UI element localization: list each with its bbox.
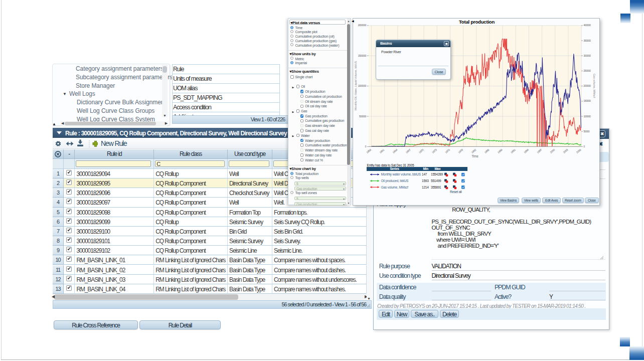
svg-text:100000: 100000 xyxy=(584,115,591,118)
svg-text:1991: 1991 xyxy=(510,148,516,154)
svg-text:1554289: 1554289 xyxy=(431,172,443,176)
svg-text:1967: 1967 xyxy=(405,148,411,154)
svg-text:1000000: 1000000 xyxy=(358,85,367,87)
svg-text:Gas volume, MMscf: Gas volume, MMscf xyxy=(381,186,409,189)
svg-text:1500000: 1500000 xyxy=(358,55,367,57)
svg-text:2003: 2003 xyxy=(562,148,568,154)
svg-text:1958: 1958 xyxy=(366,148,372,154)
svg-text:2000000: 2000000 xyxy=(358,24,367,27)
svg-text:Reset all: Reset all xyxy=(450,190,462,194)
svg-text:0: 0 xyxy=(584,145,585,148)
svg-text:Monthly water volume, bblUS: Monthly water volume, bblUS xyxy=(381,172,421,176)
svg-text:200000: 200000 xyxy=(584,85,591,87)
svg-text:350000: 350000 xyxy=(584,40,591,42)
svg-text:1982: 1982 xyxy=(470,148,476,154)
svg-text:1997: 1997 xyxy=(536,148,542,154)
svg-text:Time: Time xyxy=(471,154,478,158)
svg-text:400000: 400000 xyxy=(584,24,591,27)
svg-text:1961: 1961 xyxy=(379,148,385,154)
svg-text:0: 0 xyxy=(365,145,367,148)
svg-text:2000: 2000 xyxy=(549,148,555,154)
svg-text:355891: 355891 xyxy=(431,186,441,189)
svg-text:147: 147 xyxy=(422,172,427,176)
svg-text:1973: 1973 xyxy=(431,148,437,154)
svg-text:1994: 1994 xyxy=(523,148,529,154)
svg-text:551499: 551499 xyxy=(431,179,441,183)
svg-text:250000: 250000 xyxy=(584,70,591,72)
svg-text:500000: 500000 xyxy=(359,115,367,118)
svg-text:50000: 50000 xyxy=(584,130,590,133)
svg-text:1970: 1970 xyxy=(418,148,424,154)
svg-text:2006: 2006 xyxy=(576,148,582,154)
svg-text:1964: 1964 xyxy=(392,148,398,154)
svg-text:Oil produced, bblUS: Oil produced, bblUS xyxy=(381,179,409,183)
svg-text:1988: 1988 xyxy=(497,148,503,154)
svg-text:1979: 1979 xyxy=(457,148,463,154)
svg-text:1214: 1214 xyxy=(422,186,429,189)
svg-text:1985: 1985 xyxy=(484,148,490,154)
svg-text:1593: 1593 xyxy=(422,179,429,183)
svg-text:Gas volume, MMscf: Gas volume, MMscf xyxy=(593,74,596,98)
svg-text:1976: 1976 xyxy=(444,148,450,154)
svg-text:Monthly Oil, Water, Liquid Vol: Monthly Oil, Water, Liquid Volume, bblUS xyxy=(354,61,357,110)
svg-text:150000: 150000 xyxy=(584,100,591,102)
svg-text:300000: 300000 xyxy=(584,55,591,57)
